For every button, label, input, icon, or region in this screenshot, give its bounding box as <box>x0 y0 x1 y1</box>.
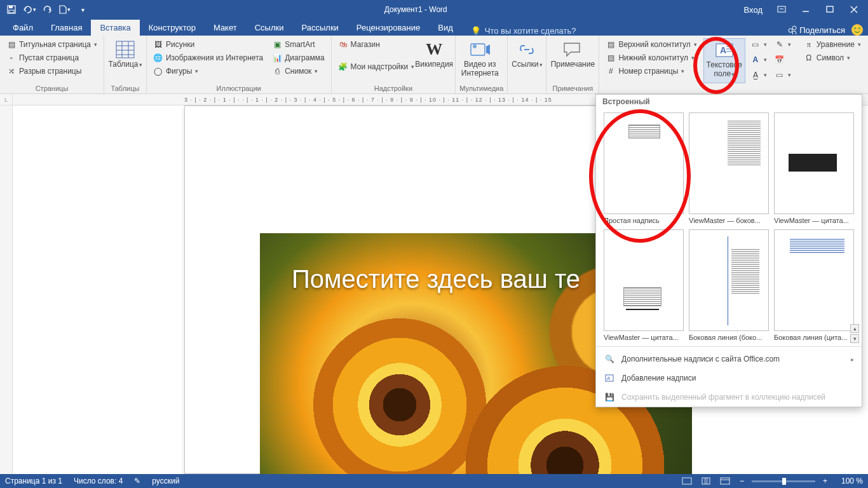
svg-point-7 <box>792 31 796 34</box>
gallery-draw-textbox[interactable]: A Добавление надписи <box>596 369 862 388</box>
view-web-icon[interactable] <box>718 475 732 487</box>
my-addins-button[interactable]: 🧩Мои надстройки▾ <box>336 60 417 73</box>
online-pictures-button[interactable]: 🌐Изображения из Интернета <box>151 51 266 64</box>
new-doc-icon[interactable]: ▾ <box>57 2 72 17</box>
store-icon: 🛍 <box>338 39 348 50</box>
comment-label: Примечание <box>551 60 595 69</box>
chart-button[interactable]: 📊Диаграмма <box>269 51 327 64</box>
svg-text:A: A <box>720 45 726 55</box>
share-button[interactable]: Поделиться <box>788 25 845 35</box>
gallery-item-sideline-quote[interactable]: Боковая линия (цита... <box>774 229 854 341</box>
smartart-button[interactable]: ▣SmartArt <box>269 38 327 51</box>
ribbon-display-icon[interactable] <box>770 1 793 18</box>
zoom-in-icon[interactable]: + <box>820 477 830 485</box>
table-icon <box>115 39 135 60</box>
quickparts-button[interactable]: ▭▾ <box>748 38 770 51</box>
page-break-button[interactable]: ⤮Разрыв страницы <box>4 65 100 78</box>
close-icon[interactable] <box>843 1 865 18</box>
gallery-item-viewmaster-quote2[interactable]: ViewMaster — цитата... <box>604 229 684 341</box>
pagenum-icon: # <box>606 66 616 76</box>
ruler-corner: L <box>0 94 13 105</box>
login-button[interactable]: Вход <box>738 5 769 15</box>
gallery-item-viewmaster-side[interactable]: ViewMaster — боков... <box>689 112 769 224</box>
link-icon <box>517 39 537 60</box>
ribbon-tabs: Файл Главная Вставка Конструктор Макет С… <box>0 19 868 36</box>
dropcap-icon: A̲ <box>750 70 761 80</box>
tab-mailings[interactable]: Рассылки <box>292 20 347 36</box>
equation-icon: π <box>804 39 814 50</box>
gallery-item-sideline[interactable]: Боковая линия (боко... <box>689 229 769 341</box>
gallery-more-office[interactable]: 🔍 Дополнительные надписи с сайта Office.… <box>596 349 862 369</box>
tab-layout[interactable]: Макет <box>205 20 246 36</box>
tell-me-placeholder: Что вы хотите сделать? <box>485 26 576 36</box>
screenshot-button[interactable]: ⎙Снимок▾ <box>269 65 327 78</box>
undo-icon[interactable]: ▾ <box>22 2 37 17</box>
comment-icon <box>562 39 583 60</box>
shapes-button[interactable]: ◯Фигуры▾ <box>151 65 266 78</box>
redo-icon[interactable] <box>39 2 55 17</box>
view-print-icon[interactable] <box>699 475 713 487</box>
ruler-vertical[interactable] <box>0 105 13 474</box>
signature-button[interactable]: ✎▾ <box>772 38 794 51</box>
datetime-button[interactable]: 📅 <box>772 53 794 66</box>
save-icon[interactable] <box>4 2 19 17</box>
feedback-icon[interactable] <box>851 24 863 36</box>
tab-design[interactable]: Конструктор <box>140 20 205 36</box>
symbol-label: Символ <box>817 53 844 62</box>
header-button[interactable]: ▤Верхний колонтитул▾ <box>603 38 699 51</box>
tab-home[interactable]: Главная <box>42 20 91 36</box>
gallery-scrollbar[interactable]: ▴▾ <box>850 324 859 343</box>
tab-view[interactable]: Вид <box>429 20 462 36</box>
gallery-label: Боковая линия (цита... <box>774 334 854 341</box>
maximize-icon[interactable] <box>818 1 841 18</box>
status-page[interactable]: Страница 1 из 1 <box>5 477 62 485</box>
pictures-button[interactable]: 🖼Рисунки <box>151 38 266 51</box>
dropcap-button[interactable]: A̲▾ <box>748 69 770 81</box>
cover-page-button[interactable]: ▤Титульная страница▾ <box>4 38 100 51</box>
comment-button[interactable]: Примечание <box>550 38 595 83</box>
status-language[interactable]: русский <box>152 477 179 485</box>
qat-customize-icon[interactable]: ▾ <box>75 2 90 17</box>
gallery-item-viewmaster-quote[interactable]: ViewMaster — цитата... <box>774 112 854 224</box>
tell-me-search[interactable]: 💡 Что вы хотите сделать? <box>471 26 576 36</box>
wikipedia-button[interactable]: W Википедия <box>417 38 451 83</box>
gallery-item-simple[interactable]: Простая надпись <box>604 112 684 224</box>
group-illustrations-label: Иллюстрации <box>151 83 327 93</box>
tab-insert[interactable]: Вставка <box>91 20 139 36</box>
group-illustrations: 🖼Рисунки 🌐Изображения из Интернета ◯Фигу… <box>147 36 332 93</box>
svg-rect-1 <box>9 6 13 8</box>
minimize-icon[interactable] <box>794 1 817 18</box>
textbox-label: Текстовое поле <box>707 60 742 78</box>
pictures-label: Рисунки <box>166 40 194 49</box>
store-label: Магазин <box>351 40 380 49</box>
group-text-label <box>703 83 794 93</box>
shapes-icon: ◯ <box>153 66 163 76</box>
zoom-slider[interactable] <box>752 480 815 482</box>
equation-button[interactable]: πУравнение▾ <box>801 38 864 51</box>
wordart-button[interactable]: A▾ <box>748 53 770 66</box>
online-pictures-label: Изображения из Интернета <box>166 53 263 62</box>
table-button[interactable]: Таблица▾ <box>108 38 142 83</box>
store-button[interactable]: 🛍Магазин <box>336 38 417 51</box>
page-number-button[interactable]: #Номер страницы▾ <box>603 65 699 78</box>
svg-rect-2 <box>9 10 14 13</box>
links-button[interactable]: Ссылки▾ <box>512 38 542 93</box>
symbol-button[interactable]: ΩСимвол▾ <box>801 51 864 64</box>
group-addins: 🛍Магазин 🧩Мои надстройки▾ W Википедия На… <box>332 36 456 93</box>
object-button[interactable]: ▭▾ <box>772 69 794 81</box>
status-spellcheck-icon[interactable]: ✎ <box>134 477 140 485</box>
smartart-icon: ▣ <box>272 39 282 50</box>
group-tables: Таблица▾ Таблицы <box>104 36 147 93</box>
svg-point-5 <box>789 29 792 32</box>
zoom-level[interactable]: 100 % <box>835 477 863 485</box>
tab-review[interactable]: Рецензирование <box>348 20 429 36</box>
textbox-button[interactable]: A Текстовое поле▾ <box>703 38 745 83</box>
online-video-button[interactable]: Видео из Интернета <box>459 38 500 83</box>
status-words[interactable]: Число слов: 4 <box>74 477 123 485</box>
footer-button[interactable]: ▤Нижний колонтитул▾ <box>603 51 699 64</box>
view-read-icon[interactable] <box>680 475 694 487</box>
blank-page-button[interactable]: ▫Пустая страница <box>4 51 100 64</box>
tab-references[interactable]: Ссылки <box>246 20 293 36</box>
zoom-out-icon[interactable]: − <box>737 477 747 485</box>
tab-file[interactable]: Файл <box>4 20 42 36</box>
